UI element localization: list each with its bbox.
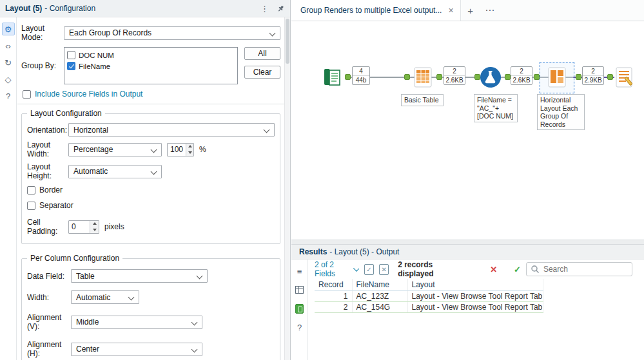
- cell-padding-label: Cell Padding:: [27, 218, 68, 236]
- close-icon[interactable]: ×: [448, 5, 453, 15]
- config-body: Layout Mode: Each Group Of Records Group…: [17, 17, 284, 360]
- right-pane: Group Renders to multiple Excel output..…: [291, 0, 644, 360]
- column-header-layout[interactable]: Layout: [407, 279, 543, 291]
- alignment-v-label: Alignment (V):: [27, 313, 71, 331]
- layout-tool[interactable]: [545, 66, 569, 89]
- table-row[interactable]: 1 AC_123Z Layout - View Browse Tool Repo…: [315, 291, 543, 302]
- layout-mode-select[interactable]: Each Group Of Records: [64, 26, 280, 40]
- formula-tool[interactable]: [479, 66, 502, 89]
- orientation-select[interactable]: Horizontal: [68, 123, 275, 137]
- errors-filter-icon[interactable]: ✕: [490, 265, 497, 274]
- data-field-select[interactable]: Table: [71, 269, 208, 283]
- stepper-down-icon[interactable]: [186, 149, 193, 156]
- layout-height-select[interactable]: Automatic: [68, 165, 162, 178]
- stepper-up-icon[interactable]: [90, 221, 99, 227]
- pin-icon[interactable]: [277, 5, 285, 13]
- help-icon[interactable]: ?: [2, 90, 15, 102]
- alignment-v-value: Middle: [76, 317, 99, 327]
- menu-icon[interactable]: ≡: [293, 265, 306, 278]
- basic-table-tool[interactable]: [411, 66, 434, 89]
- workflow-tabbar: Group Renders to multiple Excel output..…: [291, 0, 644, 21]
- formula-tool-icon: [479, 66, 502, 89]
- clear-button[interactable]: Clear: [244, 66, 280, 79]
- gear-icon[interactable]: ⚙: [2, 23, 15, 35]
- percent-unit: %: [199, 145, 206, 154]
- alignment-v-select[interactable]: Middle: [71, 316, 202, 329]
- data-size: 2.6KB: [511, 76, 532, 84]
- results-icon-strip: ≡ ?: [291, 260, 308, 360]
- record-count: 2: [511, 67, 532, 76]
- border-checkbox[interactable]: [27, 186, 35, 194]
- basic-table-annotation[interactable]: Basic Table: [401, 94, 444, 106]
- column-width-select[interactable]: Automatic: [71, 290, 139, 304]
- search-input[interactable]: [526, 262, 632, 276]
- fields-dropdown[interactable]: 2 of 2 Fields: [315, 260, 359, 278]
- table-view-icon[interactable]: [293, 283, 306, 296]
- layout-link-cell[interactable]: Layout - View Browse Tool Report Tab: [407, 291, 543, 302]
- column-width-label: Width:: [27, 293, 71, 302]
- basic-table-tool-icon: [411, 66, 434, 89]
- layout-height-value: Automatic: [73, 167, 108, 176]
- input-anchor: [534, 74, 540, 80]
- workflow-tab[interactable]: Group Renders to multiple Excel output..…: [291, 0, 461, 21]
- formula-annotation[interactable]: FileName = "AC_"+[DOC NUM]: [474, 94, 518, 122]
- filename-label: FileName: [79, 62, 110, 70]
- group-by-label: Group By:: [21, 61, 64, 70]
- group-by-item-docnum[interactable]: DOC NUM: [67, 50, 235, 61]
- table-row[interactable]: 2 AC_154G Layout - View Browse Tool Repo…: [315, 302, 543, 313]
- add-tab-icon[interactable]: +: [461, 5, 480, 16]
- column-header-filename[interactable]: FileName: [352, 279, 407, 291]
- orientation-value: Horizontal: [73, 126, 108, 135]
- pixels-unit: pixels: [104, 222, 124, 231]
- group-by-listbox[interactable]: DOC NUM FileName: [64, 47, 238, 84]
- browse-report-icon[interactable]: [293, 302, 306, 315]
- select-all-icon[interactable]: ✓: [364, 264, 374, 275]
- layout-configuration-group: Layout Configuration Orientation: Horizo…: [21, 113, 280, 244]
- layout-mode-value: Each Group Of Records: [69, 28, 151, 37]
- connection-badge: 2 2.6KB: [511, 66, 532, 85]
- per-column-configuration-title: Per Column Configuration: [27, 254, 122, 263]
- orientation-label: Orientation:: [27, 126, 68, 135]
- cell-padding-stepper[interactable]: 0: [68, 220, 99, 234]
- alignment-h-select[interactable]: Center: [71, 343, 202, 356]
- data-field-value: Table: [76, 272, 95, 281]
- layout-link-cell[interactable]: Layout - View Browse Tool Report Tab: [407, 302, 543, 313]
- layout-width-stepper[interactable]: 100: [167, 143, 194, 156]
- input-data-tool-icon: [321, 66, 344, 89]
- workflow-canvas[interactable]: 4 44b 2 2.6KB 2 2.6KB 2 2.9KB Basic Tabl…: [291, 21, 644, 240]
- help-icon[interactable]: ?: [293, 321, 306, 334]
- cell-padding-value: 0: [69, 221, 90, 233]
- data-field-label: Data Field:: [27, 272, 71, 281]
- separator-checkbox[interactable]: [27, 202, 35, 210]
- stepper-down-icon[interactable]: [90, 227, 99, 233]
- include-source-checkbox[interactable]: [23, 90, 31, 99]
- configuration-title-suffix: - Configuration: [44, 4, 95, 13]
- code-icon[interactable]: ‹›: [2, 39, 15, 52]
- group-by-item-filename[interactable]: FileName: [67, 61, 235, 71]
- render-tool[interactable]: [613, 66, 636, 89]
- deselect-all-icon[interactable]: ✕: [379, 264, 389, 275]
- filename-checkbox[interactable]: [67, 62, 75, 70]
- layout-width-select[interactable]: Percentage: [68, 143, 162, 156]
- pane-splitter[interactable]: [291, 240, 644, 245]
- input-data-tool[interactable]: [321, 66, 344, 89]
- kebab-menu-icon[interactable]: ⋮: [260, 4, 269, 14]
- more-tabs-icon[interactable]: ⋯: [480, 5, 500, 16]
- success-filter-icon[interactable]: ✓: [514, 265, 521, 274]
- docnum-checkbox[interactable]: [67, 51, 75, 59]
- results-toolbar: 2 of 2 Fields ✓ ✕ 2 records displayed ✕ …: [308, 260, 644, 279]
- config-scrollbar[interactable]: [284, 17, 290, 360]
- refresh-icon[interactable]: ↻: [2, 56, 15, 69]
- browse-chip-icon: [295, 304, 304, 314]
- tag-icon[interactable]: ◇: [2, 73, 15, 86]
- results-panel: Results - Layout (5) - Output ≡ ? 2 of 2…: [291, 245, 644, 360]
- input-anchor: [607, 74, 613, 80]
- layout-mode-label: Layout Mode:: [21, 24, 64, 42]
- include-source-label: Include Source Fields in Output: [35, 90, 142, 99]
- stepper-up-icon[interactable]: [186, 144, 193, 150]
- layout-annotation[interactable]: Horizontal Layout Each Group Of Records: [537, 94, 585, 130]
- column-header-record[interactable]: Record: [315, 279, 352, 291]
- configuration-header: Layout (5)- Configuration ⋮: [0, 0, 290, 17]
- all-button[interactable]: All: [244, 47, 280, 60]
- divider: [17, 104, 284, 104]
